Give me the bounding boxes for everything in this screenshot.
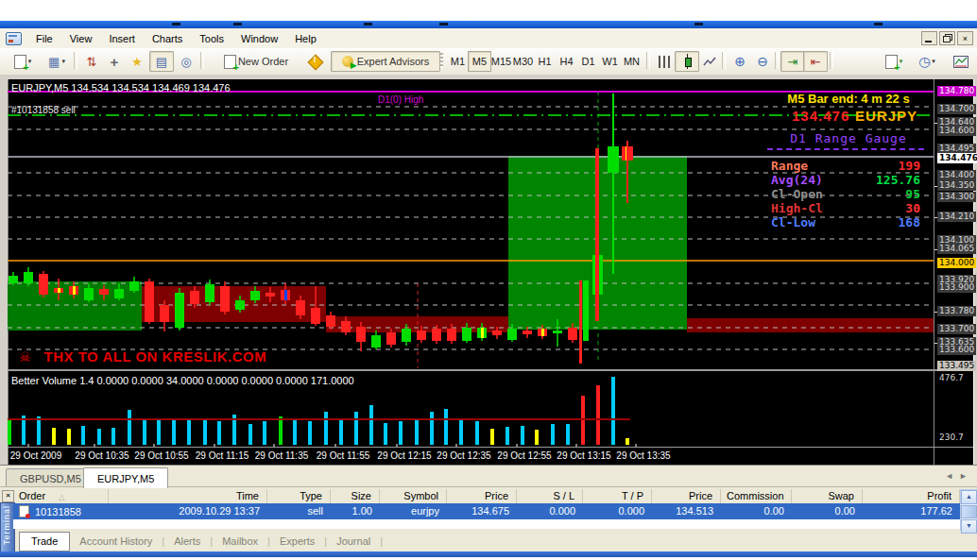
- column-header-size[interactable]: Size: [331, 489, 380, 503]
- menu-help[interactable]: Help: [286, 30, 325, 47]
- column-header-price[interactable]: Price: [652, 489, 721, 503]
- timeframe-m30[interactable]: M30: [511, 51, 535, 72]
- navigator-button[interactable]: ★: [125, 51, 149, 72]
- time-label: 29 Oct 10:55: [134, 450, 188, 461]
- big-symbol-label: EURJPY: [855, 108, 917, 124]
- terminal-tab-alerts[interactable]: Alerts: [164, 535, 210, 547]
- chart-shift-button[interactable]: ⇤: [803, 51, 828, 72]
- tab-scroll-arrows[interactable]: ◄►: [945, 471, 973, 481]
- timeframe-mn[interactable]: MN: [620, 51, 643, 72]
- price-label: 134.210: [937, 212, 976, 222]
- menu-charts[interactable]: Charts: [144, 30, 191, 47]
- periods-button[interactable]: ◷ ▾: [909, 51, 945, 72]
- chart-tab-gbpusd-m5[interactable]: GBPUSD,M5: [6, 468, 95, 487]
- time-axis[interactable]: 29 Oct 200929 Oct 10:3529 Oct 10:5529 Oc…: [8, 449, 934, 465]
- order-cell-tp: 0.000: [583, 503, 652, 519]
- column-header-symbol[interactable]: Symbol: [380, 489, 447, 503]
- terminal-tab-experts[interactable]: Experts: [270, 535, 324, 547]
- line-chart-icon: [703, 55, 716, 68]
- profiles-button[interactable]: ▦ ▾: [40, 51, 74, 72]
- timeframe-h4[interactable]: H4: [555, 51, 578, 72]
- order-doc-badge: [26, 514, 30, 518]
- terminal-tab-journal[interactable]: Journal: [327, 535, 380, 547]
- toolbar-separator: [722, 52, 726, 69]
- toolbar-separator: [74, 52, 77, 69]
- column-header-commission[interactable]: Commission: [721, 489, 792, 503]
- timeframe-w1[interactable]: W1: [598, 51, 622, 72]
- column-header-time[interactable]: Time: [109, 489, 267, 503]
- price-label: 134.350: [937, 180, 976, 191]
- chart-right-border: [973, 79, 977, 465]
- pane-separator[interactable]: [8, 369, 973, 371]
- templates-button[interactable]: [945, 51, 977, 72]
- column-header-swap[interactable]: Swap: [792, 489, 863, 503]
- order-row[interactable]: 101318582009.10.29 13:37sell1.00eurjpy13…: [13, 503, 960, 519]
- terminal-scrollbar[interactable]: ▲ ▼: [960, 489, 977, 531]
- strategy-tester-button[interactable]: ◎: [174, 51, 198, 72]
- zoom-out-button[interactable]: ⊖: [750, 51, 775, 72]
- terminal-tab-trade[interactable]: Trade: [19, 532, 70, 552]
- new-order-button[interactable]: + New Order: [208, 51, 304, 72]
- price-label: 134.700: [937, 104, 976, 114]
- zoom-in-button[interactable]: ⊕: [728, 51, 752, 72]
- scroll-thumb[interactable]: [961, 505, 977, 518]
- new-chart-button[interactable]: + ▾: [6, 51, 40, 72]
- menu-window[interactable]: Window: [232, 30, 286, 47]
- close-button[interactable]: ×: [957, 31, 973, 45]
- metaeditor-button[interactable]: !: [302, 51, 327, 72]
- menu-insert[interactable]: Insert: [100, 30, 144, 47]
- auto-scroll-button[interactable]: ⇥: [780, 51, 805, 72]
- gauge-value: 30: [905, 201, 920, 215]
- column-header-sl[interactable]: S / L: [517, 489, 583, 503]
- menu-view[interactable]: View: [61, 30, 101, 47]
- auto-scroll-icon: ⇥: [788, 56, 798, 68]
- window-titlebar[interactable]: [0, 21, 977, 28]
- time-label: 29 Oct 12:15: [377, 450, 431, 461]
- scroll-down-button[interactable]: ▼: [961, 519, 977, 534]
- chart-tab-eurjpy-m5[interactable]: EURJPY,M5: [83, 467, 168, 488]
- menu-tools[interactable]: Tools: [191, 30, 232, 47]
- expert-advisors-icon: ▶: [342, 55, 355, 68]
- chart-shift-icon: ⇤: [811, 56, 821, 68]
- timeframe-h1[interactable]: H1: [533, 51, 557, 72]
- toolbar-grip[interactable]: [440, 53, 443, 68]
- bar-chart-button[interactable]: [652, 51, 677, 72]
- data-window-button[interactable]: +: [102, 51, 127, 72]
- indicators-button[interactable]: + ▾: [877, 51, 911, 72]
- price-label: 134.600: [937, 126, 976, 136]
- column-header-type[interactable]: Type: [267, 489, 331, 503]
- column-header-order[interactable]: Order△: [13, 489, 109, 503]
- column-header-tp[interactable]: T / P: [583, 489, 652, 503]
- order-cell-time: 2009.10.29 13:37: [109, 503, 267, 519]
- column-header-price[interactable]: Price: [447, 489, 517, 503]
- timeframe-d1[interactable]: D1: [576, 51, 600, 72]
- terminal-button[interactable]: ▤: [149, 51, 174, 72]
- market-watch-icon: ⇅: [87, 56, 97, 68]
- price-label: 133.495: [937, 361, 976, 371]
- orders-table-header: Order△TimeTypeSizeSymbolPriceS / LT / PP…: [13, 489, 960, 503]
- restore-button[interactable]: [939, 31, 955, 45]
- scroll-up-button[interactable]: ▲: [961, 490, 977, 504]
- line-chart-button[interactable]: [697, 51, 722, 72]
- time-label: 29 Oct 11:15: [196, 450, 249, 461]
- minimize-button[interactable]: [921, 31, 937, 45]
- column-header-profit[interactable]: Profit: [863, 489, 960, 503]
- timeframe-m5[interactable]: M5: [468, 51, 491, 72]
- titlebar-mark: [172, 23, 180, 25]
- menu-file[interactable]: File: [27, 30, 61, 47]
- titlebar-mark: [364, 23, 372, 25]
- expert-advisors-label: Expert Advisors: [357, 56, 429, 67]
- price-label: 476.7: [937, 373, 966, 383]
- gauge-label: Cl-Open: [771, 187, 823, 201]
- price-scale[interactable]: 134.780134.700134.640134.600134.495134.4…: [934, 79, 973, 465]
- timeframe-m1[interactable]: M1: [446, 51, 470, 72]
- order-cell-order: 10131858: [13, 503, 109, 519]
- candlestick-button[interactable]: [675, 51, 699, 72]
- terminal-tab-mailbox[interactable]: Mailbox: [213, 535, 267, 547]
- d1-high-label: D1(0) High: [378, 94, 423, 105]
- timeframe-m15[interactable]: M15: [489, 51, 513, 72]
- price-label: 133.700: [937, 324, 976, 334]
- terminal-tab-account-history[interactable]: Account History: [70, 535, 162, 547]
- expert-advisors-button[interactable]: ▶ Expert Advisors: [331, 51, 440, 72]
- market-watch-button[interactable]: ⇅: [79, 51, 104, 72]
